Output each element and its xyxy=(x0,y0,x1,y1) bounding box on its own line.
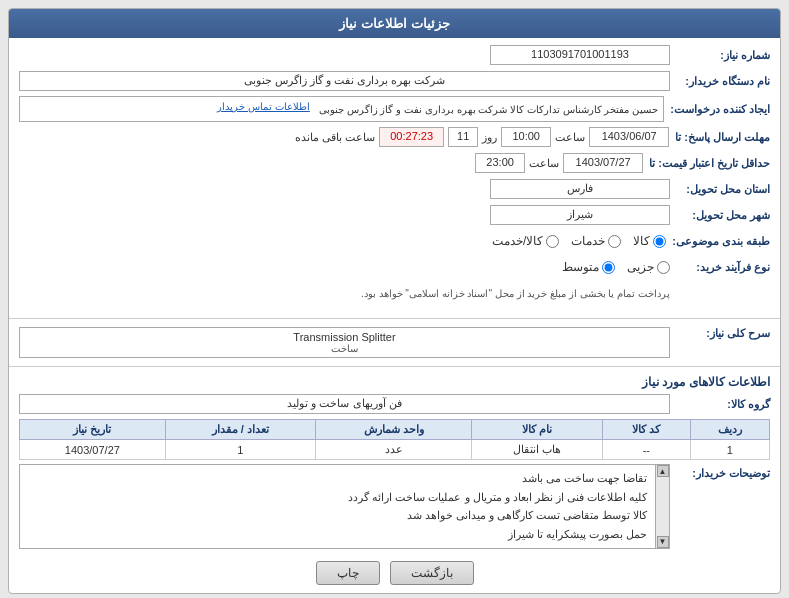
ostan-label: استان محل تحویل: xyxy=(670,183,770,196)
mohlat-ersal-fields: 1403/06/07 ساعت 10:00 روز 11 00:27:23 سا… xyxy=(19,127,669,147)
ijad-konande-text: حسین مفتخر کارشناس تدارکات کالا شرکت بهر… xyxy=(319,104,658,115)
col-nam: نام کالا xyxy=(472,420,603,440)
radio-jozii-item: جزیی xyxy=(627,260,670,274)
notes-label: توضیحات خریدار: xyxy=(670,464,770,480)
radio-khadamat-item: خدمات xyxy=(571,234,621,248)
scroll-left: ▲ ▼ xyxy=(656,464,670,549)
items-table: ردیف کد کالا نام کالا واحد شمارش تعداد /… xyxy=(19,419,770,460)
radio-jozii[interactable] xyxy=(657,261,670,274)
noe-farayand-label: نوع فرآیند خرید: xyxy=(670,261,770,274)
form-section: شماره نیاز: 1103091701001193 نام دستگاه … xyxy=(9,38,780,314)
shahr-value: شیراز xyxy=(490,205,670,225)
sarh-label: سرح کلی نیاز: xyxy=(670,327,770,340)
radio-kala[interactable] xyxy=(653,235,666,248)
tabaqe-label: طبقه بندی موضوعی: xyxy=(666,235,770,248)
mohlat-ersal-label: مهلت ارسال پاسخ: تا xyxy=(669,131,770,144)
rooz-value: 11 xyxy=(448,127,478,147)
nam-dastgah-label: نام دستگاه خریدار: xyxy=(670,75,770,88)
main-panel: جزئیات اطلاعات نیاز شماره نیاز: 11030917… xyxy=(8,8,781,594)
rooz-label: روز xyxy=(482,131,497,144)
ijad-konande-value: حسین مفتخر کارشناس تدارکات کالا شرکت بهر… xyxy=(19,96,664,122)
countdown-value: 00:27:23 xyxy=(379,127,444,147)
cell-radif: 1 xyxy=(690,440,769,460)
panel-title: جزئیات اطلاعات نیاز xyxy=(339,16,449,31)
note-line-3: کالا توسط متقاضی تست کارگاهی و میدانی خو… xyxy=(28,506,647,525)
radio-khadamat[interactable] xyxy=(608,235,621,248)
saat2-label: ساعت xyxy=(529,157,559,170)
footer-buttons: بازگشت چاپ xyxy=(9,553,780,593)
row-hadaghal-tarikh: حداقل تاریخ اعتبار قیمت: تا 1403/07/27 س… xyxy=(19,152,770,174)
date2-value: 1403/07/27 xyxy=(563,153,643,173)
print-button[interactable]: چاپ xyxy=(316,561,380,585)
note-line-2: کلیه اطلاعات فنی از نظر ابعاد و متریال و… xyxy=(28,488,647,507)
col-kod: کد کالا xyxy=(602,420,690,440)
note-line-4: حمل بصورت پیشکرایه تا شیراز xyxy=(28,525,647,544)
cell-tarikh: 1403/07/27 xyxy=(20,440,166,460)
ettelaat-title: اطلاعات کالاهای مورد نیاز xyxy=(9,371,780,393)
sarh-box: Transmission Splitter ساخت xyxy=(19,327,670,358)
farayand-radio-group: جزیی متوسط xyxy=(19,260,670,274)
scroll-down-btn[interactable]: ▼ xyxy=(657,536,669,548)
row-nam-dastgah: نام دستگاه خریدار: شرکت بهره برداری نفت … xyxy=(19,70,770,92)
radio-kala-label: کالا xyxy=(633,234,650,248)
ostan-value: فارس xyxy=(490,179,670,199)
table-section: ردیف کد کالا نام کالا واحد شمارش تعداد /… xyxy=(9,419,780,460)
row-mohlat-ersal: مهلت ارسال پاسخ: تا 1403/06/07 ساعت 10:0… xyxy=(19,126,770,148)
saat-value: 10:00 xyxy=(501,127,551,147)
row-ijad-konande: ایجاد کننده درخواست: حسین مفتخر کارشناس … xyxy=(19,96,770,122)
date1-value: 1403/06/07 xyxy=(589,127,669,147)
hadaghal-tarikh-label: حداقل تاریخ اعتبار قیمت: تا xyxy=(643,157,770,170)
table-body: 1--هاب انتقالعدد11403/07/27 xyxy=(20,440,770,460)
cell-tedad: 1 xyxy=(165,440,315,460)
radio-kala-khadamat[interactable] xyxy=(546,235,559,248)
divider-2 xyxy=(9,366,780,367)
pardakht-text: پرداخت تمام یا بخشی از مبلغ خرید از محل … xyxy=(19,288,670,299)
row-tabaqe: طبقه بندی موضوعی: کالا خدمات کالا/خدمت xyxy=(19,230,770,252)
back-button[interactable]: بازگشت xyxy=(390,561,474,585)
shahr-label: شهر محل تحویل: xyxy=(670,209,770,222)
shomare-niaz-label: شماره نیاز: xyxy=(670,49,770,62)
ijad-konande-label: ایجاد کننده درخواست: xyxy=(664,103,770,116)
page-container: جزئیات اطلاعات نیاز شماره نیاز: 11030917… xyxy=(0,0,789,598)
tabaqe-radio-group: کالا خدمات کالا/خدمت xyxy=(19,234,666,248)
row-shomare-niaz: شماره نیاز: 1103091701001193 xyxy=(19,44,770,66)
radio-khadamat-label: خدمات xyxy=(571,234,605,248)
saat2-value: 23:00 xyxy=(475,153,525,173)
ettelaat-tamas-link[interactable]: اطلاعات تماس خریدار xyxy=(25,99,315,119)
row-ostan: استان محل تحویل: فارس xyxy=(19,178,770,200)
cell-kod: -- xyxy=(602,440,690,460)
table-header-row: ردیف کد کالا نام کالا واحد شمارش تعداد /… xyxy=(20,420,770,440)
saat-label: ساعت xyxy=(555,131,585,144)
col-tarikh: تاریخ نیاز xyxy=(20,420,166,440)
notes-container: ▲ ▼ تقاضا جهت ساخت می باشد کلیه اطلاعات … xyxy=(19,464,670,549)
notes-row: توضیحات خریدار: ▲ ▼ تقاضا جهت ساخت می با… xyxy=(9,464,780,549)
radio-kala-khadamat-label: کالا/خدمت xyxy=(492,234,543,248)
notes-content: تقاضا جهت ساخت می باشد کلیه اطلاعات فنی … xyxy=(19,464,656,549)
scroll-up-btn[interactable]: ▲ xyxy=(657,465,669,477)
grohe-kala-label: گروه کالا: xyxy=(670,398,770,411)
shomare-niaz-value: 1103091701001193 xyxy=(490,45,670,65)
row-grohe-kala: گروه کالا: فن آوریهای ساخت و تولید xyxy=(9,393,780,415)
radio-jozii-label: جزیی xyxy=(627,260,654,274)
sarh-subtitle: ساخت xyxy=(26,343,663,354)
col-radif: ردیف xyxy=(690,420,769,440)
grohe-kala-value: فن آوریهای ساخت و تولید xyxy=(19,394,670,414)
row-shahr: شهر محل تحویل: شیراز xyxy=(19,204,770,226)
table-row: 1--هاب انتقالعدد11403/07/27 xyxy=(20,440,770,460)
baghimande-label: ساعت باقی مانده xyxy=(295,131,375,144)
note-line-1: تقاضا جهت ساخت می باشد xyxy=(28,469,647,488)
sarh-section: سرح کلی نیاز: Transmission Splitter ساخت xyxy=(9,323,780,362)
col-tedad: تعداد / مقدار xyxy=(165,420,315,440)
row-pardakht: پرداخت تمام یا بخشی از مبلغ خرید از محل … xyxy=(19,282,770,304)
cell-nam: هاب انتقال xyxy=(472,440,603,460)
divider-1 xyxy=(9,318,780,319)
radio-motovaset[interactable] xyxy=(602,261,615,274)
panel-header: جزئیات اطلاعات نیاز xyxy=(9,9,780,38)
row-noe-farayand: نوع فرآیند خرید: جزیی متوسط xyxy=(19,256,770,278)
hadaghal-tarikh-fields: 1403/07/27 ساعت 23:00 xyxy=(19,153,643,173)
cell-vahed: عدد xyxy=(315,440,471,460)
col-vahed: واحد شمارش xyxy=(315,420,471,440)
radio-kala-khadamat-item: کالا/خدمت xyxy=(492,234,559,248)
sarh-description: Transmission Splitter xyxy=(26,331,663,343)
radio-motovaset-label: متوسط xyxy=(562,260,599,274)
